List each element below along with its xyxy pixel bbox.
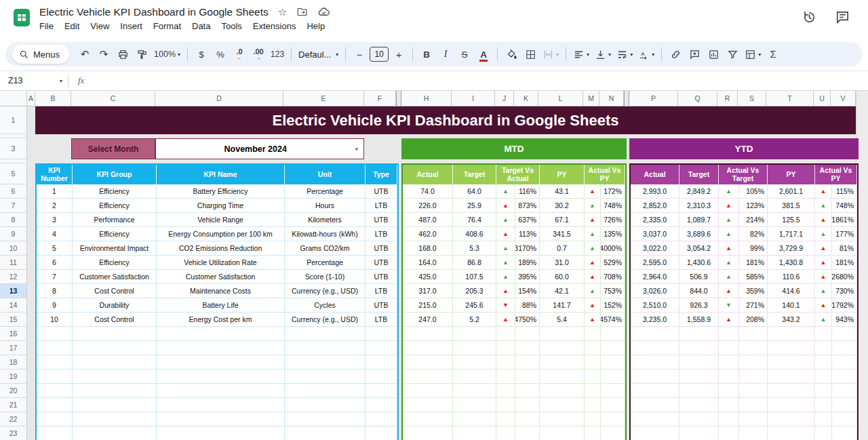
up-triangle-icon[interactable]: ▲ [496,313,515,327]
vertical-align-button[interactable]: ▾ [593,45,613,63]
empty-cell[interactable] [73,355,157,369]
empty-cell[interactable] [768,398,815,412]
column-header-D[interactable]: D [155,91,283,106]
cell-unit[interactable]: Grams CO2/km [285,241,366,256]
empty-cell[interactable] [832,341,857,355]
empty-cell[interactable] [403,426,453,440]
empty-cell[interactable] [366,327,397,341]
left-header[interactable]: Unit [285,165,366,184]
empty-cell[interactable] [739,327,768,341]
cell-mtd-target-vs-actual[interactable]: 637% [515,213,540,227]
empty-cell[interactable] [496,398,515,412]
column-header-V[interactable]: V [831,91,856,106]
empty-cell[interactable] [453,426,496,440]
up-triangle-icon[interactable]: ▲ [496,199,515,213]
empty-cell[interactable] [496,426,515,440]
increase-font-size-button[interactable]: + [390,45,408,63]
more-formats-button[interactable]: 123 [269,45,286,63]
empty-cell[interactable] [366,398,397,412]
empty-cell[interactable] [285,412,366,426]
cell-mtd-actual-vs-py[interactable]: 708% [601,270,625,284]
name-box[interactable]: Z13 ▾ [0,76,68,85]
column-header-M[interactable]: M [583,91,599,106]
empty-cell[interactable] [832,355,857,369]
empty-cell[interactable] [73,384,157,398]
ytd-header[interactable]: Target [679,165,719,184]
cell-type[interactable]: UTB [366,213,397,227]
cell-mtd-actual[interactable]: 168.0 [403,241,453,256]
up-triangle-icon[interactable]: ▲ [496,256,515,270]
empty-cell[interactable] [585,327,601,341]
cell-mtd-target[interactable]: 107.5 [453,270,496,284]
cell-kpi-number[interactable]: 3 [37,213,73,227]
mtd-header[interactable]: Actual Vs PY [585,165,625,184]
fill-color-button[interactable] [502,45,520,63]
cell-ytd-target[interactable]: 1,558.9 [679,313,719,327]
cell-kpi-number[interactable]: 1 [37,184,73,199]
empty-cell[interactable] [601,369,625,384]
empty-cell[interactable] [815,355,832,369]
up-triangle-icon[interactable]: ▲ [815,313,832,327]
up-triangle-icon[interactable]: ▲ [496,284,515,298]
row-header-10[interactable]: 10 [0,241,27,256]
cell-kpi-number[interactable]: 9 [37,298,73,313]
empty-cell[interactable] [496,341,515,355]
cell-ytd-actual[interactable]: 2,335.0 [631,213,679,227]
cell-kpi-name[interactable]: Battery Efficiency [157,184,285,199]
empty-cell[interactable] [37,355,73,369]
cell-kpi-name[interactable]: Vehicle Range [157,213,285,227]
strikethrough-button[interactable]: S [456,45,473,63]
empty-cell[interactable] [768,384,815,398]
empty-cell[interactable] [601,327,625,341]
empty-cell[interactable] [768,426,815,440]
empty-cell[interactable] [453,355,496,369]
cell-ytd-py[interactable]: 1,430.8 [768,256,815,270]
cell-ytd-actual[interactable]: 2,993.0 [631,184,679,199]
cell-ytd-actual-vs-py[interactable]: 115% [832,184,857,199]
up-triangle-icon[interactable]: ▲ [585,241,601,256]
mtd-section-header[interactable]: MTD [401,138,627,159]
cell-type[interactable]: LTB [366,199,397,213]
empty-cell[interactable] [496,355,515,369]
empty-cell[interactable] [719,398,739,412]
up-triangle-icon[interactable]: ▲ [815,241,832,256]
menu-tools[interactable]: Tools [216,20,247,33]
row-header-5[interactable]: 5 [0,163,27,184]
empty-cell[interactable] [815,327,832,341]
empty-cell[interactable] [540,341,585,355]
empty-cell[interactable] [453,327,496,341]
cell-mtd-actual[interactable]: 226.0 [403,199,453,213]
empty-cell[interactable] [453,412,496,426]
cell-ytd-actual-vs-py[interactable]: 2680% [832,270,857,284]
bold-button[interactable]: B [418,45,435,63]
empty-cell[interactable] [631,369,679,384]
empty-cell[interactable] [585,355,601,369]
empty-cell[interactable] [285,369,366,384]
cell-type[interactable]: LTB [366,284,397,298]
column-header-N[interactable]: N [599,91,624,106]
empty-cell[interactable] [453,398,496,412]
up-triangle-icon[interactable]: ▲ [815,256,832,270]
empty-cell[interactable] [739,412,768,426]
empty-cell[interactable] [719,369,739,384]
empty-cell[interactable] [37,412,73,426]
ytd-header[interactable]: PY [768,165,815,184]
decrease-decimal-button[interactable]: .0← [231,45,248,63]
cell-mtd-target-vs-actual[interactable]: 873% [515,199,540,213]
decrease-font-size-button[interactable]: − [351,45,368,63]
cloud-saved-icon[interactable] [317,5,330,18]
up-triangle-icon[interactable]: ▲ [719,284,739,298]
cell-mtd-target[interactable]: 76.4 [453,213,496,227]
empty-cell[interactable] [719,341,739,355]
row-header-3[interactable]: 3 [0,138,27,159]
empty-cell[interactable] [515,412,540,426]
up-triangle-icon[interactable]: ▲ [815,270,832,284]
cell-ytd-py[interactable]: 125.5 [768,213,815,227]
column-header-I[interactable]: I [452,91,495,106]
column-header-L[interactable]: L [538,91,583,106]
cell-mtd-target[interactable]: 5.3 [453,241,496,256]
empty-cell[interactable] [768,327,815,341]
cell-mtd-py[interactable]: 42.1 [540,284,585,298]
up-triangle-icon[interactable]: ▲ [719,184,739,199]
up-triangle-icon[interactable]: ▲ [585,256,601,270]
